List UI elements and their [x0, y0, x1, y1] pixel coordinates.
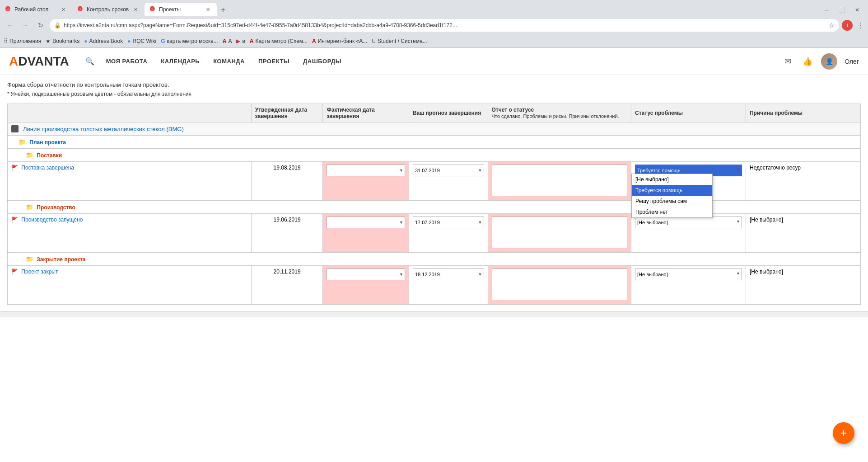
bookmark-v[interactable]: ▶ в — [236, 38, 245, 44]
tab-desktop[interactable]: 🅐 Рабочий стол ✕ — [0, 3, 72, 16]
mail-icon[interactable]: ✉ — [781, 55, 794, 68]
tab-favicon-desktop: 🅐 — [5, 6, 12, 13]
tab-close-desktop[interactable]: ✕ — [60, 6, 67, 13]
report-table: Утвержденная дата завершения Фактическая… — [7, 104, 861, 305]
item-closure-forecast-date-cell[interactable]: 18.12.2019 — [409, 266, 488, 305]
item-closure-issue-status-cell[interactable]: [Не выбрано] — [631, 266, 746, 305]
dropdown-option-none[interactable]: [Не выбрано] — [632, 174, 712, 185]
item-supply-actual-date-cell[interactable] — [323, 162, 409, 201]
item-cell-supply-name: 🚩 Поставка завершена — [8, 162, 252, 201]
item-cell-closure-name: 🚩 Проект закрыт — [8, 266, 252, 305]
bookmark-apps[interactable]: ⠿ Приложения — [4, 38, 41, 44]
new-tab-button[interactable]: + — [217, 4, 229, 16]
v-icon: ▶ — [236, 38, 240, 44]
item-production-issue-status-select[interactable]: [Не выбрано] — [635, 217, 742, 228]
item-production-actual-date-select[interactable] — [327, 217, 405, 228]
reload-button[interactable]: ↻ — [34, 19, 47, 32]
star-icon: ★ — [46, 38, 51, 44]
nav-projects[interactable]: ПРОЕКТЫ — [258, 56, 289, 66]
subsection-supplies-link[interactable]: Поставки — [37, 152, 62, 159]
item-closure-issue-status-wrapper[interactable]: [Не выбрано] — [635, 269, 742, 280]
item-supply-forecast-date-cell[interactable]: 31.07.2019 — [409, 162, 488, 201]
minimize-button[interactable]: ─ — [820, 4, 833, 16]
tab-deadlines[interactable]: 🅐 Контроль сроков ✕ — [72, 3, 145, 16]
bookmark-star-icon[interactable]: ☆ — [829, 22, 835, 29]
item-row-production-started: 🚩 Производство запущено 19.06.2019 — [8, 214, 861, 253]
item-production-actual-date-input[interactable] — [327, 217, 405, 228]
item-supply-status-textarea[interactable] — [492, 165, 627, 196]
like-icon[interactable]: 👍 — [801, 55, 814, 68]
nav-calendar[interactable]: КАЛЕНДАРЬ — [161, 56, 200, 66]
tab-projects[interactable]: 🅐 Проекты ✕ — [145, 3, 217, 16]
bookmark-rqc-wiki[interactable]: ● RQC Wiki — [127, 38, 156, 44]
bookmark-a[interactable]: А А — [223, 38, 232, 44]
search-button[interactable]: 🔍 — [83, 54, 97, 69]
item-closure-actual-date-select[interactable] — [327, 269, 405, 280]
subsection-row-production: 📁 Производство — [8, 201, 861, 214]
item-production-status-textarea[interactable] — [492, 217, 627, 248]
avatar[interactable]: 👤 — [821, 53, 837, 70]
browser-menu-icon[interactable]: ⋮ — [857, 21, 864, 30]
nav-dashboards[interactable]: ДАШБОРДЫ — [303, 56, 341, 66]
close-button[interactable]: ✕ — [851, 4, 863, 16]
maximize-button[interactable]: ⬜ — [835, 4, 848, 16]
bookmark-metro-map[interactable]: G карта метро москв... — [161, 38, 218, 44]
dropdown-option-no-problem[interactable]: Проблем нет — [632, 207, 712, 217]
item-production-link[interactable]: Производство запущено — [21, 217, 83, 223]
item-supply-status-report-cell[interactable] — [488, 162, 631, 201]
item-production-issue-status-cell[interactable]: [Не выбрано] — [631, 214, 746, 253]
item-production-issue-status-wrapper[interactable]: [Не выбрано] — [635, 217, 742, 228]
table-header-row: Утвержденная дата завершения Фактическая… — [8, 104, 861, 123]
logo[interactable]: ADVANTA — [9, 54, 69, 69]
nav-my-work[interactable]: МОЯ РАБОТА — [106, 56, 148, 66]
item-closure-actual-date-input[interactable] — [327, 269, 405, 280]
issue-status-dropdown-popup[interactable]: [Не выбрано] Требуется помощь Решу пробл… — [631, 174, 713, 218]
item-production-forecast-date-cell[interactable]: 17.07.2019 — [409, 214, 488, 253]
back-button[interactable]: ← — [4, 19, 16, 32]
item-closure-forecast-date-select[interactable]: 18.12.2019 — [413, 269, 484, 280]
scrollbar-area[interactable] — [0, 311, 868, 317]
logo-dvanta: DVANTA — [18, 54, 69, 68]
item-closure-status-report-cell[interactable] — [488, 266, 631, 305]
bookmark-internet-bank[interactable]: А Интернет-банк «А... — [312, 38, 367, 44]
tab-label-desktop: Рабочий стол — [14, 6, 57, 13]
item-supply-link[interactable]: Поставка завершена — [21, 165, 74, 171]
item-closure-forecast-date-input[interactable]: 18.12.2019 — [413, 269, 484, 280]
profile-icon[interactable]: I — [842, 20, 853, 31]
dropdown-option-self[interactable]: Решу проблемы сам — [632, 196, 712, 207]
tab-close-deadlines[interactable]: ✕ — [132, 6, 139, 13]
nav-team[interactable]: КОМАНДА — [213, 56, 245, 66]
tab-close-projects[interactable]: ✕ — [204, 6, 211, 13]
item-production-actual-date-cell[interactable] — [323, 214, 409, 253]
bookmark-bank-label: Интернет-банк «А... — [318, 38, 368, 44]
item-production-forecast-date-select[interactable]: 17.07.2019 — [413, 217, 484, 228]
item-production-status-report-cell[interactable] — [488, 214, 631, 253]
item-supply-forecast-date-input[interactable]: 31.07.2019 — [413, 165, 484, 176]
section-cell-plan: 📁 План проекта — [8, 136, 861, 149]
subsection-production-link[interactable]: Производство — [37, 204, 75, 211]
item-supply-forecast-date-select[interactable]: 31.07.2019 — [413, 165, 484, 176]
bookmark-bookmarks[interactable]: ★ Bookmarks — [46, 38, 79, 44]
item-closure-issue-status-select[interactable]: [Не выбрано] — [635, 269, 742, 280]
dropdown-option-help[interactable]: Требуется помощь — [632, 185, 712, 196]
user-name[interactable]: Олег — [845, 58, 859, 65]
item-closure-actual-date-cell[interactable] — [323, 266, 409, 305]
item-production-forecast-date-input[interactable]: 17.07.2019 — [413, 217, 484, 228]
header-col-issue-reason: Причина проблемы — [746, 104, 860, 123]
item-supply-actual-date-select[interactable] — [327, 165, 405, 176]
bookmark-address-book[interactable]: ● Address Book — [84, 38, 123, 44]
header-status-report-title: Отчет о статусе — [492, 107, 534, 113]
project-link[interactable]: Линия производства толстых металлических… — [11, 125, 857, 132]
bookmark-metro-scheme[interactable]: А Карта метро (Схем... — [250, 38, 308, 44]
address-bar[interactable]: 🔒 https://invest.a2nta.ru/cmn.aspx?pageN… — [50, 19, 839, 32]
section-plan-link[interactable]: План проекта — [29, 139, 66, 146]
item-supply-issue-status-cell[interactable]: Требуется помощь [Не выбрано] Требуется … — [631, 162, 746, 201]
subsection-row-supplies: 📁 Поставки — [8, 149, 861, 162]
forward-button[interactable]: → — [19, 19, 32, 32]
project-name: Линия производства толстых металлических… — [23, 126, 184, 132]
item-closure-link[interactable]: Проект закрыт — [21, 269, 58, 275]
item-supply-actual-date-input[interactable] — [327, 165, 405, 176]
item-closure-status-textarea[interactable] — [492, 269, 627, 300]
subsection-closure-link[interactable]: Закрытие проекта — [37, 256, 85, 263]
bookmark-student[interactable]: U Student / Система... — [372, 38, 427, 44]
